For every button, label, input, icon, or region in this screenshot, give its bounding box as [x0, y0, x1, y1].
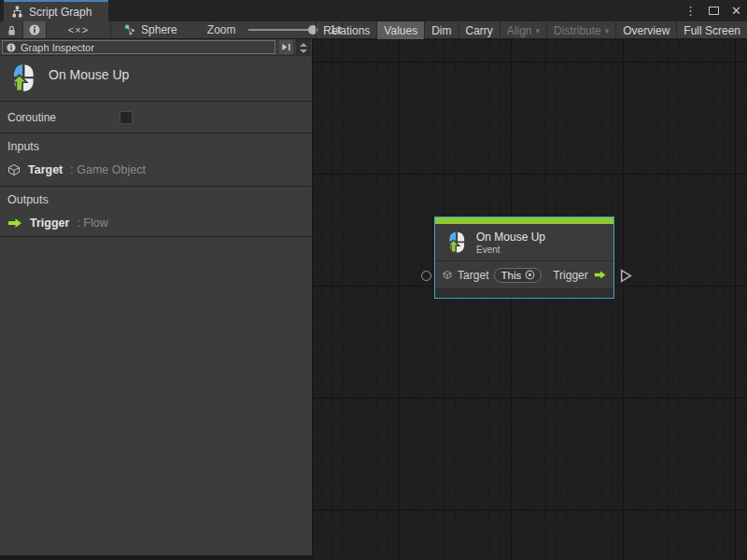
flow-arrow-icon — [7, 217, 22, 229]
scrub-up-icon[interactable] — [300, 43, 307, 47]
outputs-title: Outputs — [7, 193, 304, 206]
zoom-slider[interactable] — [248, 29, 315, 31]
toolbar-button-relations[interactable]: Relations — [317, 21, 377, 39]
graph-inspector-panel: Graph Inspector On Mouse Up — [0, 39, 313, 555]
scrub-down-icon[interactable] — [300, 49, 307, 53]
toolbar-button-overview[interactable]: Overview — [616, 21, 677, 39]
graph-target-label[interactable]: Sphere — [141, 23, 177, 36]
toolbar-button-align: Align ▾ — [500, 21, 547, 39]
node-output-label: Trigger — [553, 269, 588, 282]
window-menu-icon[interactable]: ⋮ — [684, 5, 697, 17]
toolbar-toggle-group: Relations Values Dim Carry Align ▾ Distr… — [316, 21, 747, 39]
inspector-title: Graph Inspector — [21, 42, 94, 53]
output-port-row: Trigger : Flow — [7, 217, 304, 230]
dock-right-icon — [281, 43, 291, 51]
input-port-name: Target — [28, 163, 63, 176]
graph-toolbar: <×> Sphere Zoom 1x Relations Values Dim … — [0, 21, 747, 39]
cube-icon — [7, 163, 21, 176]
zoom-label: Zoom — [207, 23, 236, 36]
toolbar-button-distribute: Distribute ▾ — [547, 21, 616, 39]
toolbar-button-values[interactable]: Values — [377, 21, 425, 39]
inspector-title-box: Graph Inspector — [2, 40, 275, 54]
toolbar-button-fullscreen[interactable]: Full Screen — [677, 21, 747, 39]
coroutine-checkbox[interactable] — [120, 111, 133, 124]
target-value: This — [500, 270, 521, 281]
node-subtitle: Event — [476, 245, 545, 255]
close-icon[interactable]: ✕ — [731, 5, 741, 17]
output-port-name: Trigger — [30, 217, 69, 230]
graph-target-icon — [124, 23, 135, 36]
node-header[interactable]: On Mouse Up Event — [435, 224, 613, 260]
node-title: On Mouse Up — [476, 231, 545, 244]
node-footer — [435, 288, 613, 298]
dock-panel-button[interactable] — [279, 40, 293, 54]
tab-label: Script Graph — [29, 6, 92, 19]
inspector-toggle-button[interactable] — [23, 21, 47, 38]
coroutine-row: Coroutine — [0, 102, 312, 133]
outputs-section: Outputs Trigger : Flow — [0, 187, 312, 237]
input-port-type: : Game Object — [70, 163, 146, 176]
on-mouse-up-icon — [444, 231, 469, 255]
lock-icon — [7, 24, 17, 36]
output-port-type: : Flow — [77, 217, 107, 230]
graph-canvas[interactable]: On Mouse Up Event Target This — [313, 39, 747, 560]
toolbar-button-carry[interactable]: Carry — [459, 21, 500, 39]
info-icon — [29, 24, 40, 35]
panel-scrubber[interactable] — [296, 39, 311, 56]
toolbar-button-dim[interactable]: Dim — [425, 21, 458, 39]
maximize-icon[interactable] — [709, 7, 719, 15]
lock-button[interactable] — [0, 21, 23, 38]
dropdown-caret-icon: ▾ — [536, 26, 541, 35]
inspected-node-header: On Mouse Up — [0, 56, 312, 102]
cube-icon — [443, 269, 452, 281]
flow-arrow-icon[interactable] — [594, 269, 606, 281]
inspected-node-title: On Mouse Up — [49, 63, 129, 82]
graph-context-segment: Sphere Zoom 1x — [111, 21, 343, 38]
node-input-label: Target — [458, 269, 488, 282]
node-input-port[interactable] — [421, 271, 431, 281]
object-picker-icon[interactable] — [525, 270, 535, 280]
on-mouse-up-node[interactable]: On Mouse Up Event Target This — [434, 217, 614, 299]
code-view-icon: <×> — [68, 24, 89, 35]
code-view-button[interactable]: <×> — [47, 21, 111, 38]
event-color-bar — [435, 217, 613, 224]
input-port-row: Target : Game Object — [7, 163, 304, 176]
dropdown-caret-icon: ▾ — [605, 26, 610, 35]
title-bar: Script Graph ⋮ ✕ — [0, 0, 747, 21]
tab-script-graph[interactable]: Script Graph — [4, 0, 108, 21]
on-mouse-up-icon — [7, 63, 39, 94]
graph-hierarchy-icon — [11, 6, 23, 18]
node-port-row: Target This Trigger — [435, 260, 613, 288]
coroutine-label: Coroutine — [7, 111, 56, 124]
node-output-port[interactable] — [620, 269, 632, 283]
inputs-title: Inputs — [7, 140, 304, 153]
inputs-section: Inputs Target : Game Object — [0, 133, 312, 187]
target-value-chip[interactable]: This — [494, 268, 542, 283]
info-icon — [7, 43, 16, 52]
script-graph-window: Script Graph ⋮ ✕ <×> — [0, 0, 747, 560]
inspector-header: Graph Inspector — [0, 39, 312, 56]
inspector-empty-area — [0, 237, 312, 555]
